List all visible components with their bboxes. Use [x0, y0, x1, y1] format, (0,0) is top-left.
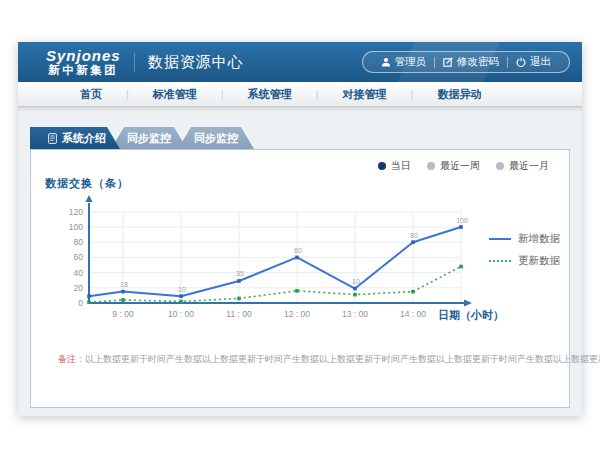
tab-label: 同步监控 [127, 127, 171, 149]
power-icon [516, 57, 526, 67]
logo-text-en: Synjones [46, 48, 121, 64]
change-password-button[interactable]: 修改密码 [435, 55, 507, 69]
svg-text:80: 80 [410, 232, 418, 239]
user-menu[interactable]: 管理员 [373, 55, 435, 69]
range-option-last-week[interactable]: 最近一周 [427, 159, 480, 173]
svg-text:120: 120 [69, 207, 83, 217]
series-line-新增数据 [89, 227, 461, 296]
page-title: 数据资源中心 [134, 53, 244, 72]
svg-text:60: 60 [74, 252, 84, 262]
main-nav: 首页 | 标准管理 | 系统管理 | 对接管理 | 数据异动 [18, 82, 582, 107]
blue-line-sample [489, 238, 511, 240]
content-area: 系统介绍 同步监控 同步监控 当日 最近一周 [18, 107, 582, 416]
change-password-label: 修改密码 [457, 55, 499, 69]
radio-icon [496, 162, 504, 170]
svg-text:日期（小时）: 日期（小时） [438, 309, 504, 322]
svg-text:100: 100 [456, 217, 468, 224]
user-icon [381, 57, 391, 67]
y-axis-title: 数据交换（条） [45, 176, 129, 191]
chart-panel: 当日 最近一周 最近一月 数据交换（条） 0204060801001209 : … [30, 149, 570, 408]
exchange-line-chart: 0204060801001209 : 0010 : 0011 : 0012 : … [61, 190, 506, 338]
radio-selected-icon [378, 162, 386, 170]
footnote-label: 备注 [58, 354, 76, 364]
svg-text:10: 10 [178, 286, 186, 293]
tab-sync-monitor-1[interactable]: 同步监控 [111, 127, 187, 149]
svg-text:35: 35 [236, 270, 244, 277]
svg-text:12 : 00: 12 : 00 [284, 309, 310, 319]
nav-item-home[interactable]: 首页 [56, 87, 126, 102]
legend-label: 新增数据 [518, 232, 560, 246]
legend-item-new-data[interactable]: 新增数据 [489, 232, 560, 246]
user-toolbar: 管理员 修改密码 退出 [362, 51, 571, 73]
nav-item-standard-mgmt[interactable]: 标准管理 [129, 87, 221, 102]
logo-text-zh: 新中新集团 [46, 64, 121, 76]
svg-text:20: 20 [74, 283, 84, 293]
tab-system-intro[interactable]: 系统介绍 [30, 127, 120, 149]
green-dotted-sample [489, 260, 511, 262]
tab-sync-monitor-2[interactable]: 同步监控 [178, 127, 254, 149]
edit-icon [443, 57, 453, 67]
radio-icon [427, 162, 435, 170]
svg-text:0: 0 [78, 298, 83, 308]
svg-text:10: 10 [352, 278, 360, 285]
nav-item-data-change[interactable]: 数据异动 [413, 87, 505, 102]
svg-text:9 : 00: 9 : 00 [112, 309, 134, 319]
tab-label: 系统介绍 [62, 127, 106, 149]
series-legend: 新增数据 更新数据 [489, 232, 560, 276]
footnote: 备注：以上数据更新于时间产生数据以上数据更新于时间产生数据以上数据更新于时间产生… [58, 353, 600, 366]
svg-text:13 : 00: 13 : 00 [342, 309, 368, 319]
svg-text:14 : 00: 14 : 00 [400, 309, 426, 319]
svg-text:11 : 00: 11 : 00 [226, 309, 252, 319]
tab-bar: 系统介绍 同步监控 同步监控 [30, 127, 254, 149]
app-header: Synjones 新中新集团 数据资源中心 管理员 修改密码 退出 [18, 42, 582, 82]
svg-text:60: 60 [294, 247, 302, 254]
range-label: 最近一月 [509, 159, 549, 173]
nav-item-interface-mgmt[interactable]: 对接管理 [319, 87, 411, 102]
nav-item-system-mgmt[interactable]: 系统管理 [224, 87, 316, 102]
range-option-last-month[interactable]: 最近一月 [496, 159, 549, 173]
svg-text:40: 40 [74, 268, 84, 278]
user-name: 管理员 [395, 55, 427, 69]
footnote-text: ：以上数据更新于时间产生数据以上数据更新于时间产生数据以上数据更新于时间产生数据… [76, 354, 600, 364]
document-icon [48, 133, 57, 144]
svg-text:18: 18 [120, 281, 128, 288]
legend-item-updated-data[interactable]: 更新数据 [489, 254, 560, 268]
app-window: Synjones 新中新集团 数据资源中心 管理员 修改密码 退出 首页 | 标… [18, 42, 582, 416]
range-label: 最近一周 [440, 159, 480, 173]
logout-label: 退出 [530, 55, 551, 69]
svg-text:10 : 00: 10 : 00 [168, 309, 194, 319]
legend-label: 更新数据 [518, 254, 560, 268]
range-option-today[interactable]: 当日 [378, 159, 411, 173]
logout-button[interactable]: 退出 [508, 55, 559, 69]
svg-text:80: 80 [74, 237, 84, 247]
synjones-logo: Synjones 新中新集团 [46, 48, 121, 76]
time-range-group: 当日 最近一周 最近一月 [378, 159, 549, 173]
series-line-更新数据 [89, 267, 461, 303]
range-label: 当日 [391, 159, 411, 173]
tab-label: 同步监控 [194, 127, 238, 149]
svg-text:100: 100 [69, 222, 83, 232]
